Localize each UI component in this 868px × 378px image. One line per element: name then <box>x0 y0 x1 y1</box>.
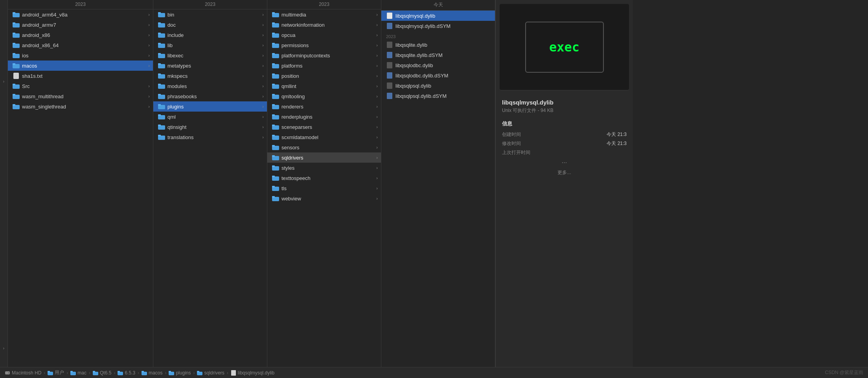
svg-rect-40 <box>158 114 161 116</box>
list-item[interactable]: position› <box>267 71 381 81</box>
list-item[interactable]: android_x86_64› <box>8 40 153 50</box>
list-item[interactable]: libqsqlpsql.dylib <box>381 81 495 91</box>
breadcrumb-macos[interactable]: macos <box>142 370 162 376</box>
list-item[interactable]: sqldrivers› <box>267 152 381 163</box>
folder-icon <box>158 12 165 17</box>
breadcrumb-dylib[interactable]: libqsqlmysql.dylib <box>231 370 274 376</box>
breadcrumb-653[interactable]: 6.5.3 <box>118 370 135 376</box>
chevron-icon: › <box>261 135 264 139</box>
list-item[interactable]: texttospeech› <box>267 173 381 183</box>
svg-rect-24 <box>158 33 161 34</box>
file-title: libqsqlmysql.dylib <box>502 99 627 106</box>
item-name: Src <box>22 83 147 89</box>
breadcrumb-plugins[interactable]: plugins <box>169 370 191 376</box>
item-name: position <box>281 73 375 79</box>
breadcrumb-hdd[interactable]: Macintosh HD <box>5 370 41 376</box>
list-item[interactable]: doc› <box>153 20 267 30</box>
list-item[interactable]: android_arm64_v8a› <box>8 9 153 20</box>
list-item[interactable]: renderplugins› <box>267 112 381 122</box>
list-item[interactable]: plugins› <box>153 101 267 112</box>
chevron-icon: › <box>375 33 378 37</box>
list-item[interactable]: libqsqlite.dylib <box>381 40 495 50</box>
sep8: › <box>227 370 228 376</box>
chevron-icon: › <box>147 12 150 17</box>
list-item[interactable]: sensors› <box>267 142 381 152</box>
list-item[interactable]: networkinformation› <box>267 20 381 30</box>
folder-icon <box>272 104 279 109</box>
item-name: renderplugins <box>281 114 375 120</box>
list-item[interactable]: webview› <box>267 193 381 204</box>
item-name: texttospeech <box>281 175 375 181</box>
list-item[interactable]: styles› <box>267 163 381 173</box>
list-item[interactable]: libqsqlodbc.dylib.dSYM <box>381 70 495 81</box>
breadcrumb-sqldrivers[interactable]: sqldrivers <box>197 370 224 376</box>
chevron-icon: › <box>261 73 264 78</box>
list-item[interactable]: platforminputcontexts› <box>267 50 381 61</box>
list-item[interactable]: tls› <box>267 183 381 193</box>
folder-icon <box>13 63 20 68</box>
list-item[interactable]: libqsqlite.dylib.dSYM <box>381 50 495 60</box>
created-value: 今天 21:3 <box>607 131 627 138</box>
list-item[interactable]: metatypes› <box>153 61 267 71</box>
expand-bottom-button[interactable]: › <box>2 345 5 351</box>
list-item[interactable]: sceneparsers› <box>267 122 381 132</box>
chevron-icon: › <box>375 165 378 170</box>
list-item[interactable]: phrasebooks› <box>153 91 267 101</box>
item-name: qmltooling <box>281 94 375 99</box>
list-item[interactable]: multimedia› <box>267 9 381 20</box>
breadcrumb-users[interactable]: 用户 <box>48 369 64 376</box>
expand-top-button[interactable]: › <box>2 79 5 84</box>
list-item[interactable]: modules› <box>153 81 267 91</box>
chevron-icon: › <box>375 94 378 99</box>
item-name: platforms <box>281 63 375 69</box>
list-item[interactable]: bin› <box>153 9 267 20</box>
list-item[interactable]: libqsqlodbc.dylib <box>381 60 495 70</box>
list-item[interactable]: sha1s.txt <box>8 71 153 81</box>
list-item[interactable]: lib› <box>153 40 267 50</box>
col2-items: bin› doc› include› lib› libexec› metatyp… <box>153 9 267 367</box>
list-item[interactable]: mkspecs› <box>153 71 267 81</box>
list-item[interactable]: permissions› <box>267 40 381 50</box>
list-item[interactable]: qmllint› <box>267 81 381 91</box>
folder-icon <box>272 196 279 201</box>
item-name: styles <box>281 165 375 171</box>
list-item[interactable]: qmltooling› <box>267 91 381 101</box>
list-item[interactable]: qtinsight› <box>153 122 267 132</box>
folder-icon <box>158 104 165 109</box>
col2-header: 2023 <box>153 0 267 9</box>
folder-icon <box>272 63 279 68</box>
item-name: scxmldatamodel <box>281 134 375 140</box>
list-item[interactable]: macos› <box>8 61 153 71</box>
dylib-dark-icon <box>386 42 393 48</box>
list-item[interactable]: opcua› <box>267 30 381 40</box>
list-item[interactable]: libexec› <box>153 50 267 61</box>
list-item[interactable]: wasm_multithread› <box>8 91 153 101</box>
breadcrumb-mac[interactable]: mac <box>70 370 86 376</box>
list-item[interactable]: ios› <box>8 50 153 61</box>
list-item[interactable]: include› <box>153 30 267 40</box>
list-item[interactable]: platforms› <box>267 61 381 71</box>
more-link[interactable]: 更多... <box>502 166 627 179</box>
list-item[interactable]: libqsqlmysql.dylib <box>381 11 495 21</box>
item-name: modules <box>167 83 261 89</box>
folder-icon <box>158 32 165 38</box>
list-item[interactable]: scxmldatamodel› <box>267 132 381 142</box>
list-item[interactable]: libqsqlmysql.dylib.dSYM <box>381 21 495 31</box>
item-name: doc <box>167 22 261 28</box>
chevron-icon: › <box>375 53 378 58</box>
users-folder-icon <box>48 370 53 376</box>
chevron-icon: › <box>261 84 264 88</box>
svg-rect-14 <box>13 84 15 85</box>
list-item[interactable]: libqsqlpsql.dylib.dSYM <box>381 91 495 101</box>
list-item[interactable]: renderers› <box>267 101 381 112</box>
list-item[interactable]: android_armv7› <box>8 20 153 30</box>
list-item[interactable]: android_x86› <box>8 30 153 40</box>
list-item[interactable]: qml› <box>153 112 267 122</box>
list-item[interactable]: Src› <box>8 81 153 91</box>
column-3: 2023 multimedia› networkinformation› opc… <box>267 0 381 367</box>
sep1: › <box>44 370 45 376</box>
list-item[interactable]: wasm_singlethread› <box>8 101 153 112</box>
svg-rect-74 <box>272 155 275 157</box>
breadcrumb-qt65[interactable]: Qt6.5 <box>93 370 111 376</box>
list-item[interactable]: translations› <box>153 132 267 142</box>
